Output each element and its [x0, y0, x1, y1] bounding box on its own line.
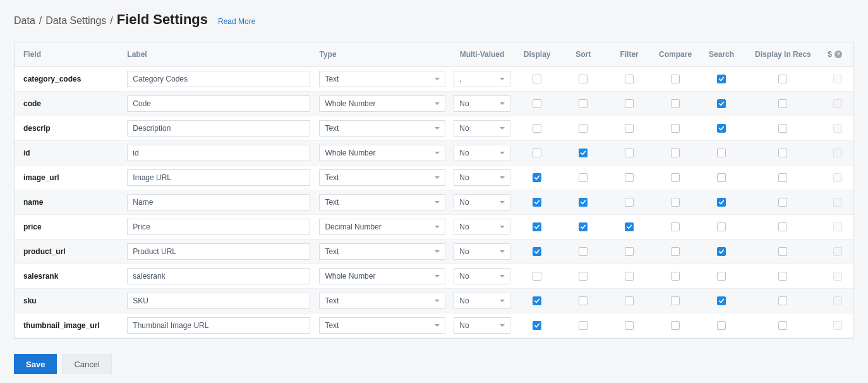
label-input[interactable] [127, 145, 310, 161]
sort-checkbox[interactable] [579, 149, 588, 157]
compare-checkbox[interactable] [671, 296, 680, 305]
compare-checkbox[interactable] [671, 272, 680, 281]
type-select[interactable]: Text [319, 317, 445, 334]
label-input[interactable] [127, 95, 310, 112]
label-input[interactable] [127, 194, 310, 210]
filter-checkbox[interactable] [625, 75, 634, 83]
compare-checkbox[interactable] [671, 75, 680, 83]
multivalued-select[interactable]: No [454, 219, 510, 235]
filter-checkbox[interactable] [625, 272, 634, 281]
label-input[interactable] [127, 317, 310, 334]
breadcrumb-crumb-1[interactable]: Data [14, 15, 35, 27]
display-checkbox[interactable] [533, 149, 541, 157]
compare-checkbox[interactable] [671, 198, 680, 207]
sort-checkbox[interactable] [579, 75, 588, 83]
filter-checkbox[interactable] [625, 321, 634, 330]
filter-checkbox[interactable] [625, 296, 634, 305]
display-in-recs-checkbox[interactable] [778, 272, 787, 281]
compare-checkbox[interactable] [671, 149, 680, 157]
filter-checkbox[interactable] [625, 247, 634, 256]
display-checkbox[interactable] [533, 296, 541, 305]
type-select[interactable]: Text [319, 71, 445, 87]
label-input[interactable] [127, 219, 310, 235]
type-select[interactable]: Text [319, 169, 445, 186]
type-select[interactable]: Decimal Number [319, 219, 445, 235]
display-checkbox[interactable] [533, 173, 541, 182]
display-in-recs-checkbox[interactable] [778, 75, 787, 83]
search-checkbox[interactable] [717, 99, 726, 108]
display-in-recs-checkbox[interactable] [778, 99, 787, 108]
sort-checkbox[interactable] [579, 173, 588, 182]
type-select[interactable]: Text [319, 120, 445, 137]
read-more-link[interactable]: Read More [218, 17, 255, 26]
filter-checkbox[interactable] [625, 124, 634, 133]
filter-checkbox[interactable] [625, 149, 634, 157]
filter-checkbox[interactable] [625, 173, 634, 182]
search-checkbox[interactable] [717, 75, 726, 83]
search-checkbox[interactable] [717, 222, 726, 231]
label-input[interactable] [127, 268, 310, 284]
display-checkbox[interactable] [533, 222, 541, 231]
type-select[interactable]: Text [319, 293, 445, 309]
search-checkbox[interactable] [717, 124, 726, 133]
breadcrumb-crumb-2[interactable]: Data Settings [45, 15, 106, 27]
multivalued-select[interactable]: No [454, 243, 510, 260]
type-select[interactable]: Whole Number [319, 95, 445, 112]
cancel-button[interactable]: Cancel [62, 354, 111, 374]
display-in-recs-checkbox[interactable] [778, 198, 787, 207]
display-in-recs-checkbox[interactable] [778, 222, 787, 231]
label-input[interactable] [127, 293, 310, 309]
sort-checkbox[interactable] [579, 296, 588, 305]
multivalued-select[interactable]: No [454, 293, 510, 309]
display-checkbox[interactable] [533, 321, 541, 330]
filter-checkbox[interactable] [625, 198, 634, 207]
display-in-recs-checkbox[interactable] [778, 247, 787, 256]
multivalued-select[interactable]: No [454, 95, 510, 112]
search-checkbox[interactable] [717, 321, 726, 330]
label-input[interactable] [127, 169, 310, 186]
display-in-recs-checkbox[interactable] [778, 149, 787, 157]
multivalued-select[interactable]: , [454, 71, 510, 87]
multivalued-select[interactable]: No [454, 317, 510, 334]
label-input[interactable] [127, 120, 310, 137]
type-select[interactable]: Text [319, 194, 445, 210]
label-input[interactable] [127, 71, 310, 87]
multivalued-select[interactable]: No [454, 268, 510, 284]
type-select[interactable]: Whole Number [319, 145, 445, 161]
search-checkbox[interactable] [717, 272, 726, 281]
search-checkbox[interactable] [717, 296, 726, 305]
multivalued-select[interactable]: No [454, 120, 510, 137]
search-checkbox[interactable] [717, 198, 726, 207]
sort-checkbox[interactable] [579, 272, 588, 281]
compare-checkbox[interactable] [671, 124, 680, 133]
type-select[interactable]: Text [319, 243, 445, 260]
filter-checkbox[interactable] [625, 222, 634, 231]
compare-checkbox[interactable] [671, 321, 680, 330]
display-in-recs-checkbox[interactable] [778, 296, 787, 305]
display-checkbox[interactable] [533, 124, 541, 133]
compare-checkbox[interactable] [671, 222, 680, 231]
compare-checkbox[interactable] [671, 173, 680, 182]
display-checkbox[interactable] [533, 198, 541, 207]
display-in-recs-checkbox[interactable] [778, 173, 787, 182]
display-checkbox[interactable] [533, 75, 541, 83]
save-button[interactable]: Save [14, 354, 57, 374]
display-in-recs-checkbox[interactable] [778, 321, 787, 330]
search-checkbox[interactable] [717, 173, 726, 182]
sort-checkbox[interactable] [579, 247, 588, 256]
compare-checkbox[interactable] [671, 247, 680, 256]
help-icon[interactable]: ? [835, 51, 842, 58]
display-in-recs-checkbox[interactable] [778, 124, 787, 133]
label-input[interactable] [127, 243, 310, 260]
search-checkbox[interactable] [717, 247, 726, 256]
sort-checkbox[interactable] [579, 321, 588, 330]
sort-checkbox[interactable] [579, 124, 588, 133]
sort-checkbox[interactable] [579, 198, 588, 207]
multivalued-select[interactable]: No [454, 145, 510, 161]
multivalued-select[interactable]: No [454, 169, 510, 186]
display-checkbox[interactable] [533, 272, 541, 281]
sort-checkbox[interactable] [579, 222, 588, 231]
display-checkbox[interactable] [533, 247, 541, 256]
sort-checkbox[interactable] [579, 99, 588, 108]
multivalued-select[interactable]: No [454, 194, 510, 210]
